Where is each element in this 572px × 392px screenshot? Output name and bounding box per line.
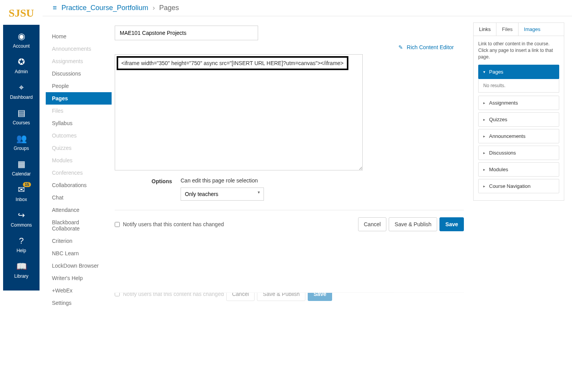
course-nav-syllabus[interactable]: Syllabus	[46, 117, 112, 129]
tab-images[interactable]: Images	[519, 23, 546, 36]
course-nav-writer-s-help[interactable]: Writer's Help	[46, 272, 112, 284]
nav-label: Dashboard	[10, 95, 33, 100]
tab-files[interactable]: Files	[496, 23, 518, 36]
acc-course-navigation[interactable]: ▸Course Navigation	[478, 179, 559, 193]
breadcrumb-page: Pages	[159, 4, 179, 12]
course-nav-announcements[interactable]: Announcements	[46, 43, 112, 55]
acc-quizzes[interactable]: ▸Quizzes	[478, 112, 559, 127]
nav-groups[interactable]: 👥Groups	[3, 129, 40, 155]
nav-label: Courses	[13, 120, 30, 126]
library-icon: 📖	[16, 261, 27, 272]
course-nav-lockdown-browser[interactable]: LockDown Browser	[46, 260, 112, 272]
course-nav-blackboard-collaborate[interactable]: Blackboard Collaborate	[46, 216, 112, 235]
help-icon: ?	[16, 236, 27, 246]
dashboard-icon: ⌖	[16, 82, 27, 93]
role-select[interactable]: Only teachers	[181, 187, 264, 201]
course-nav-pages[interactable]: Pages	[46, 92, 112, 105]
nav-label: Commons	[11, 222, 32, 228]
save-button[interactable]: Save	[439, 217, 464, 231]
save-button-ghost: Save	[308, 292, 332, 301]
course-nav-people[interactable]: People	[46, 80, 112, 92]
course-nav-attendance[interactable]: Attendance	[46, 204, 112, 216]
course-nav-chat[interactable]: Chat	[46, 191, 112, 204]
nav-label: Admin	[15, 69, 28, 74]
nav-label: Inbox	[16, 197, 27, 202]
html-editor[interactable]: <iframe width="350" height="750" async s…	[115, 54, 363, 170]
topbar: ≡ Practice_Course_Portfolium › Pages	[43, 0, 572, 16]
ghost-action-bar: Notify users that this content has chang…	[115, 292, 464, 304]
notify-text: Notify users that this content has chang…	[123, 221, 224, 227]
chevron-icon: ▸	[483, 167, 485, 172]
cancel-button-ghost: Cancel	[226, 292, 255, 301]
nav-account[interactable]: ◉Account	[3, 27, 40, 53]
nav-commons[interactable]: ↪Commons	[3, 206, 40, 232]
rce-icon: ✎	[398, 44, 403, 50]
chevron-icon: ▸	[483, 117, 485, 122]
acc-label: Course Navigation	[489, 183, 531, 189]
chevron-icon: ▸	[483, 184, 485, 188]
sidebar-help-text: Link to other content in the course. Cli…	[478, 41, 559, 60]
nav-dashboard[interactable]: ⌖Dashboard	[3, 78, 40, 104]
rich-content-editor-link[interactable]: Rich Content Editor	[407, 44, 454, 50]
acc-assignments[interactable]: ▸Assignments	[478, 96, 559, 110]
save-publish-button-ghost: Save & Publish	[257, 292, 305, 301]
action-bar: Notify users that this content has chang…	[115, 210, 464, 238]
breadcrumb-course[interactable]: Practice_Course_Portfolium	[62, 4, 148, 12]
nav-calendar[interactable]: ▦Calendar	[3, 155, 40, 181]
course-nav-collaborations[interactable]: Collaborations	[46, 179, 112, 191]
nav-inbox[interactable]: ✉Inbox15	[3, 181, 40, 206]
tab-links[interactable]: Links	[474, 23, 496, 36]
courses-icon: ▤	[16, 108, 27, 119]
course-nav-nbc-learn[interactable]: NBC Learn	[46, 247, 112, 260]
acc-label: Quizzes	[489, 117, 507, 122]
nav-label: Calendar	[12, 171, 31, 177]
course-nav--webex[interactable]: +WebEx	[46, 284, 112, 297]
inbox-badge: 15	[23, 182, 31, 187]
course-nav-assignments[interactable]: Assignments	[46, 55, 112, 67]
role-caption: Can edit this page role selection	[181, 177, 264, 184]
nav-label: Account	[13, 43, 29, 49]
page-title-input[interactable]	[115, 26, 258, 40]
course-nav-conferences[interactable]: Conferences	[46, 167, 112, 179]
course-nav-criterion[interactable]: Criterion	[46, 235, 112, 247]
commons-icon: ↪	[16, 210, 27, 221]
groups-icon: 👥	[16, 133, 27, 144]
acc-label: Modules	[489, 167, 508, 172]
nav-help[interactable]: ?Help	[3, 232, 40, 257]
save-publish-button[interactable]: Save & Publish	[389, 217, 437, 231]
course-nav-files[interactable]: Files	[46, 105, 112, 117]
chevron-icon: ▸	[483, 151, 485, 155]
notify-checkbox-label[interactable]: Notify users that this content has chang…	[115, 221, 224, 227]
acc-label: Announcements	[489, 133, 525, 139]
nav-admin[interactable]: ✪Admin	[3, 53, 40, 78]
breadcrumb-separator: ›	[150, 4, 157, 12]
chevron-icon: ▸	[483, 134, 485, 138]
course-nav-home[interactable]: Home	[46, 30, 112, 43]
hamburger-icon[interactable]: ≡	[48, 4, 62, 12]
calendar-icon: ▦	[16, 159, 27, 170]
notify-checkbox-label-ghost: Notify users that this content has chang…	[115, 292, 224, 297]
course-nav-outcomes[interactable]: Outcomes	[46, 129, 112, 142]
acc-modules[interactable]: ▸Modules	[478, 162, 559, 177]
cancel-button[interactable]: Cancel	[358, 217, 387, 231]
acc-announcements[interactable]: ▸Announcements	[478, 129, 559, 143]
notify-checkbox[interactable]	[115, 222, 120, 227]
course-nav-discussions[interactable]: Discussions	[46, 67, 112, 80]
nav-courses[interactable]: ▤Courses	[3, 104, 40, 129]
breadcrumb: Practice_Course_Portfolium › Pages	[62, 4, 179, 12]
course-nav-settings[interactable]: Settings	[46, 297, 112, 309]
global-nav: SJSU ◉Account✪Admin⌖Dashboard▤Courses👥Gr…	[0, 0, 43, 392]
nav-label: Help	[17, 248, 26, 253]
course-nav-modules[interactable]: Modules	[46, 154, 112, 167]
acc-pages[interactable]: ▾Pages	[478, 65, 559, 79]
nav-library[interactable]: 📖Library	[3, 257, 40, 283]
acc-discussions[interactable]: ▸Discussions	[478, 146, 559, 160]
chevron-icon: ▸	[483, 101, 485, 105]
account-icon: ◉	[16, 31, 27, 42]
editor-area: ✎ Rich Content Editor <iframe width="350…	[112, 22, 467, 309]
admin-icon: ✪	[16, 57, 27, 67]
course-nav-quizzes[interactable]: Quizzes	[46, 142, 112, 154]
chevron-icon: ▾	[483, 70, 485, 74]
nav-label: Groups	[14, 146, 29, 151]
acc-label: Assignments	[489, 100, 518, 106]
